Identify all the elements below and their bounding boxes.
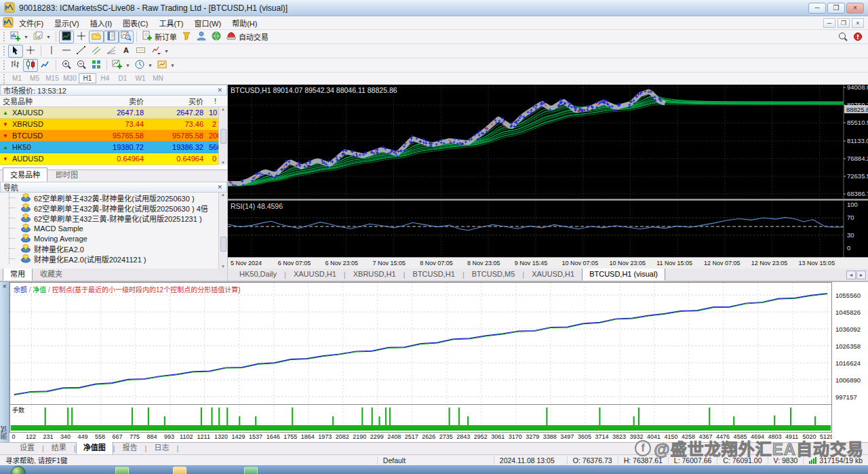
close-button[interactable]: × <box>846 3 864 14</box>
child-restore-button[interactable]: ❐ <box>837 18 850 28</box>
tester-toggle-button[interactable] <box>119 31 134 43</box>
terminal-toggle-button[interactable] <box>104 31 119 43</box>
chart-tab-1[interactable]: XAUUSD,H1 <box>286 268 344 281</box>
autotrading-button[interactable]: 自动交易 <box>224 31 271 43</box>
arrows-button[interactable]: ▼ <box>149 45 171 58</box>
templates-button[interactable]: ▼ <box>155 59 177 72</box>
periods-button[interactable]: ▼ <box>132 59 155 72</box>
restore-button[interactable]: ❐ <box>827 3 845 14</box>
timeframe-H1[interactable]: H1 <box>79 73 96 83</box>
column-header-2[interactable]: 买价 <box>146 96 206 106</box>
chart-tab-4[interactable]: BTCUSD,M5 <box>465 268 523 281</box>
timeframe-MN[interactable]: MN <box>149 73 167 83</box>
profiles-button[interactable]: ▼ <box>31 31 53 43</box>
tab-scroll-right-icon[interactable]: ► <box>856 271 866 279</box>
fibonacci-button[interactable] <box>104 45 119 58</box>
navigator-close-icon[interactable]: ✕ <box>216 184 224 191</box>
toolbar-grip[interactable] <box>3 46 6 56</box>
navigator-item-0[interactable]: 62空单刷单王432黄-财神量化(试用版20250630 ) <box>0 193 227 203</box>
crosshair-button[interactable] <box>74 31 89 43</box>
tick-chart-button[interactable] <box>59 31 74 43</box>
menu-F[interactable]: 文件(F) <box>14 16 49 30</box>
tab-scroll-left-icon[interactable]: ◄ <box>846 271 856 279</box>
timeframe-M5[interactable]: M5 <box>26 73 43 83</box>
equity-graph[interactable]: 余额 / 净值 / 控制点(基于最近的小一级时段内的12个控制点的分形插值计算) <box>9 282 832 404</box>
column-header-1[interactable]: 卖价 <box>87 96 146 106</box>
symbol-row-AUDUSD[interactable]: ▼AUDUSD0.649640.649640 <box>0 153 227 165</box>
text-button[interactable]: A <box>119 45 134 58</box>
chart-tab-3[interactable]: BTCUSD,H1 <box>406 268 462 281</box>
search-button[interactable] <box>835 31 850 43</box>
zoom-out-button[interactable] <box>74 59 89 72</box>
chart-tab-6[interactable]: BTCUSD,H1 (visual) <box>582 268 665 281</box>
zoom-in-button[interactable] <box>59 59 74 72</box>
line-chart-button[interactable] <box>38 59 53 72</box>
start-button[interactable] <box>11 466 26 474</box>
toolbar-grip[interactable] <box>3 74 6 83</box>
timeframe-M15[interactable]: M15 <box>43 73 61 83</box>
notification-badge-button[interactable] <box>850 31 865 43</box>
crosshair-tool-button[interactable] <box>23 45 38 58</box>
taskbar-app2-icon[interactable] <box>244 467 258 474</box>
tab-交易品种[interactable]: 交易品种 <box>3 167 47 182</box>
price-chart[interactable]: 94008.0089759.7585510.5081133.0076884.25… <box>228 85 868 199</box>
navigator-item-5[interactable]: 财神量化EA2.0 <box>0 243 227 254</box>
tester-tab-报告[interactable]: 报告 <box>115 440 145 454</box>
toolbar-grip[interactable] <box>3 60 6 70</box>
timeframe-H4[interactable]: H4 <box>96 73 114 83</box>
menu-I[interactable]: 插入(I) <box>85 16 117 30</box>
scroll-thumb[interactable] <box>220 129 226 144</box>
symbol-row-HK50[interactable]: ▲HK5019380.7219386.32560 <box>0 142 227 153</box>
indicators-button[interactable]: ▼ <box>110 59 132 72</box>
menu-V[interactable]: 显示(V) <box>49 16 85 30</box>
navigator-item-2[interactable]: 62空单刷单王432三黄-财神量化(试用版20251231 ) <box>0 213 227 223</box>
trendline-button[interactable] <box>74 45 89 58</box>
horizontal-line-button[interactable] <box>59 45 74 58</box>
taskbar-folder-icon[interactable] <box>173 467 186 474</box>
toolbar-grip[interactable] <box>3 32 6 41</box>
navigator-item-4[interactable]: Moving Average <box>0 233 227 243</box>
tester-tab-净值图[interactable]: 净值图 <box>76 440 113 454</box>
navigator-item-6[interactable]: 财神量化EA2.0(试用版20241121 ) <box>0 254 227 264</box>
menu-T[interactable]: 工具(T) <box>153 16 189 30</box>
tab-常用[interactable]: 常用 <box>3 266 33 281</box>
timeframe-W1[interactable]: W1 <box>132 73 149 83</box>
depth-of-market-button[interactable] <box>179 31 194 43</box>
navigator-item-1[interactable]: 62空单刷单王432黄-财神量化(试用版20250630 ) 4倍 <box>0 203 227 213</box>
column-header-0[interactable]: 交易品种 <box>0 96 87 106</box>
news-button[interactable] <box>209 31 224 43</box>
menu-C[interactable]: 图表(C) <box>117 16 153 30</box>
cursor-button[interactable] <box>8 45 23 58</box>
taskbar-app-icon[interactable] <box>115 467 129 474</box>
chart-tab-5[interactable]: XAUUSD,H1 <box>524 268 582 281</box>
new-chart-button[interactable]: ▼ <box>8 31 31 43</box>
new-order-button[interactable]: 新订单 <box>140 31 179 43</box>
channel-button[interactable] <box>89 45 104 58</box>
bar-chart-button[interactable] <box>8 59 23 72</box>
symbol-row-BTCUSD[interactable]: ▼BTCUSD95765.5895785.582000 <box>0 130 227 142</box>
symbol-row-XBRUSD[interactable]: ▼XBRUSD73.4473.462 <box>0 119 227 130</box>
tester-tab-结果[interactable]: 结果 <box>44 440 74 454</box>
timeframe-M30[interactable]: M30 <box>61 73 79 83</box>
child-close-button[interactable]: × <box>852 18 864 28</box>
column-header-3[interactable]: ! <box>206 97 219 105</box>
tab-收藏夹[interactable]: 收藏夹 <box>33 266 70 281</box>
child-minimize-button[interactable]: ─ <box>823 18 835 28</box>
tab-即时图[interactable]: 即时图 <box>48 167 85 182</box>
navigator-scrollbar[interactable]: ▲▼ <box>218 193 227 269</box>
timeframe-M1[interactable]: M1 <box>8 73 26 83</box>
status-profile[interactable]: Default <box>378 456 494 465</box>
tester-tab-设置[interactable]: 设置 <box>12 440 42 454</box>
text-label-button[interactable] <box>134 45 149 58</box>
scroll-thumb[interactable] <box>220 237 226 252</box>
timeframe-D1[interactable]: D1 <box>114 73 132 83</box>
candlestick-chart-button[interactable] <box>23 59 38 72</box>
navigator-item-3[interactable]: MACD Sample <box>0 223 227 233</box>
tile-windows-button[interactable] <box>89 59 104 72</box>
vertical-line-button[interactable] <box>44 45 59 58</box>
rsi-subwindow[interactable]: 10070300RSI(14) 48.4596 <box>228 201 868 257</box>
tester-tab-日志[interactable]: 日志 <box>146 440 176 454</box>
market-watch-scrollbar[interactable]: ▲▼ <box>218 107 227 165</box>
symbol-row-XAUUSD[interactable]: ▲XAUUSD2647.182647.2810 <box>0 107 227 119</box>
chart-tab-2[interactable]: XBRUSD,H1 <box>346 268 403 281</box>
